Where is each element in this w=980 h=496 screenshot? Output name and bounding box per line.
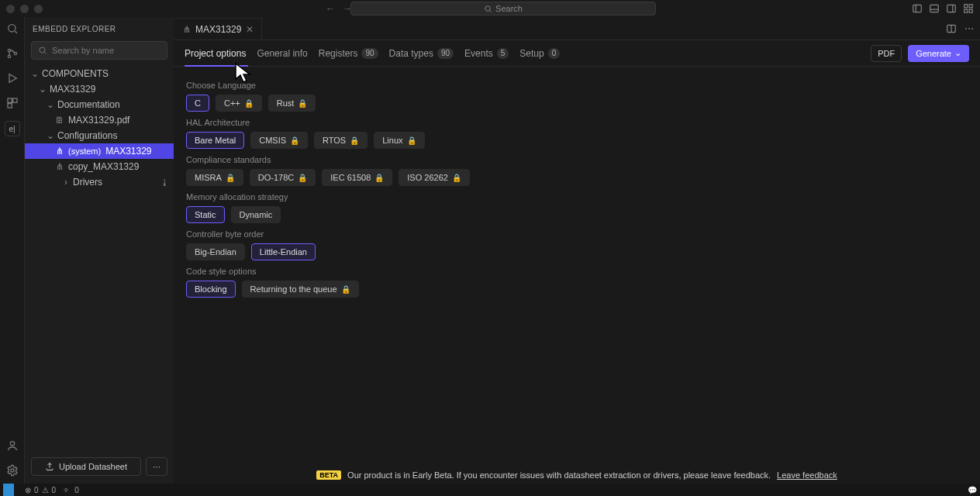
svg-point-15	[8, 55, 10, 57]
sidebar-more-button[interactable]: ···	[146, 457, 167, 476]
byte-big-endian[interactable]: Big-Endian	[186, 243, 245, 260]
lock-icon: 🔒	[226, 174, 235, 182]
split-editor-icon[interactable]	[946, 23, 957, 34]
lock-icon: 🔒	[407, 136, 416, 145]
tree-documentation[interactable]: ⌄Documentation	[25, 97, 174, 112]
upload-datasheet-button[interactable]: Upload Datasheet	[31, 457, 141, 476]
svg-point-0	[485, 5, 490, 10]
subtab-general-info[interactable]: General info	[257, 40, 307, 66]
lang-cpp[interactable]: C++🔒	[216, 95, 262, 112]
global-search[interactable]: Search	[350, 2, 656, 16]
chevron-down-icon: ⌄	[39, 84, 47, 95]
status-feedback-icon[interactable]: 💬	[968, 486, 977, 494]
tree-pdf-file[interactable]: 🗎MAX31329.pdf	[25, 112, 174, 128]
byte-label: Controller byte order	[186, 229, 968, 239]
svg-point-21	[10, 442, 14, 446]
hal-linux[interactable]: Linux🔒	[374, 132, 424, 149]
file-icon: 🗎	[54, 115, 65, 126]
hal-rtos[interactable]: RTOS🔒	[314, 132, 368, 149]
status-accent[interactable]	[3, 484, 14, 496]
run-activity[interactable]	[5, 71, 19, 85]
zoom-dot[interactable]	[34, 5, 43, 13]
lock-icon: 🔒	[341, 285, 350, 294]
hal-bare-metal[interactable]: Bare Metal	[186, 132, 244, 149]
lang-c[interactable]: C	[186, 95, 209, 112]
search-icon	[484, 5, 492, 13]
download-icon[interactable]: ⭳	[160, 177, 169, 187]
warning-icon: ⚠	[42, 486, 49, 494]
svg-rect-6	[947, 5, 956, 12]
close-icon[interactable]: ✕	[246, 24, 254, 35]
subtab-registers[interactable]: Registers90	[319, 40, 378, 66]
tree-max31329[interactable]: ⌄MAX31329	[25, 81, 174, 97]
svg-rect-11	[969, 9, 972, 12]
leave-feedback-link[interactable]: Leave feedback	[777, 470, 837, 480]
component-tree: ⌄COMPONENTS ⌄MAX31329 ⌄Documentation 🗎MA…	[25, 66, 174, 453]
lock-icon: 🔒	[374, 174, 384, 182]
svg-point-12	[8, 25, 15, 32]
lock-icon: 🔒	[290, 136, 299, 145]
settings-activity[interactable]	[5, 463, 19, 477]
svg-point-22	[11, 469, 14, 472]
tree-system-max31329[interactable]: ⋔(system)MAX31329	[25, 143, 174, 159]
subtab-events[interactable]: Events5	[464, 40, 509, 66]
svg-rect-20	[8, 104, 12, 108]
search-icon	[38, 46, 47, 55]
source-control-activity[interactable]	[5, 46, 19, 60]
tree-configurations[interactable]: ⌄Configurations	[25, 128, 174, 143]
hal-cmsis[interactable]: CMSIS🔒	[250, 132, 308, 149]
sidebar-search[interactable]: Search by name	[31, 41, 167, 60]
embedd-activity[interactable]: e|	[5, 121, 20, 136]
editor-more-icon[interactable]: ⋯	[964, 23, 974, 34]
svg-point-14	[8, 49, 10, 51]
svg-rect-8	[964, 5, 968, 8]
lang-rust[interactable]: Rust🔒	[268, 95, 316, 112]
tree-copy-max31329[interactable]: ⋔copy_MAX31329	[25, 159, 174, 174]
compliance-misra[interactable]: MISRA🔒	[186, 169, 243, 186]
tree-drivers[interactable]: ›Drivers⭳	[25, 174, 174, 190]
status-problems[interactable]: ⊗0 ⚠0	[25, 486, 56, 494]
subtab-data-types[interactable]: Data types90	[389, 40, 454, 66]
svg-line-13	[15, 31, 17, 33]
pdf-button[interactable]: PDF	[871, 45, 902, 62]
global-search-label: Search	[495, 4, 523, 13]
lock-icon: 🔒	[244, 99, 254, 108]
svg-rect-2	[913, 5, 922, 12]
minimize-dot[interactable]	[20, 5, 29, 13]
upload-icon	[45, 462, 54, 471]
close-dot[interactable]	[6, 5, 15, 13]
nav-back-icon[interactable]: ←	[326, 3, 335, 14]
mem-static[interactable]: Static	[186, 206, 225, 223]
subtab-project-options[interactable]: Project options	[185, 40, 246, 66]
chevron-down-icon: ⌄	[954, 48, 961, 58]
sidebar-title: EMBEDD EXPLORER	[25, 20, 174, 38]
compliance-do178c[interactable]: DO-178C🔒	[250, 169, 316, 186]
compliance-iec61508[interactable]: IEC 61508🔒	[322, 169, 392, 186]
account-activity[interactable]	[5, 439, 19, 453]
byte-little-endian[interactable]: Little-Endian	[251, 243, 316, 260]
chevron-right-icon: ›	[62, 177, 70, 188]
mem-dynamic[interactable]: Dynamic	[231, 206, 281, 223]
layout-right-icon[interactable]	[946, 3, 957, 14]
code-blocking[interactable]: Blocking	[186, 281, 236, 298]
svg-point-23	[40, 47, 45, 53]
status-ports[interactable]: ᯤ0	[64, 486, 79, 494]
layout-grid-icon[interactable]	[963, 3, 974, 14]
tree-components[interactable]: ⌄COMPONENTS	[25, 66, 174, 81]
layout-bottom-icon[interactable]	[929, 3, 940, 14]
chevron-down-icon: ⌄	[31, 68, 39, 79]
beta-banner: BETA Our product is in Early Beta. If yo…	[174, 467, 980, 484]
lock-icon: 🔒	[298, 174, 307, 182]
subtab-setup[interactable]: Setup0	[519, 40, 560, 66]
svg-rect-10	[964, 9, 968, 12]
svg-rect-9	[969, 5, 972, 8]
editor-tab-max31329[interactable]: ⋔ MAX31329 ✕	[175, 18, 262, 40]
search-activity[interactable]	[5, 22, 19, 36]
svg-point-16	[14, 52, 16, 54]
compliance-iso26262[interactable]: ISO 26262🔒	[399, 169, 470, 186]
code-queue[interactable]: Returning to the queue🔒	[242, 281, 359, 298]
generate-button[interactable]: Generate⌄	[908, 45, 969, 62]
layout-left-icon[interactable]	[912, 3, 923, 14]
lock-icon: 🔒	[350, 136, 359, 145]
extensions-activity[interactable]	[5, 96, 19, 110]
